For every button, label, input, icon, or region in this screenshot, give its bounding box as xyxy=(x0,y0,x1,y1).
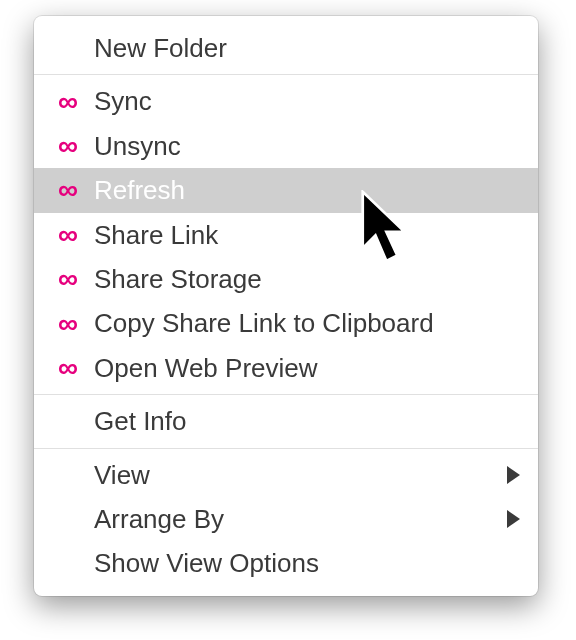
menu-group: New Folder xyxy=(34,22,538,74)
menu-item-share-link[interactable]: ∞ Share Link xyxy=(34,213,538,257)
menu-item-label: Copy Share Link to Clipboard xyxy=(94,305,434,341)
chevron-right-icon xyxy=(507,466,520,484)
menu-item-get-info[interactable]: Get Info xyxy=(34,399,538,443)
menu-item-label: Show View Options xyxy=(94,545,319,581)
infinity-icon: ∞ xyxy=(58,132,92,160)
menu-item-show-view-options[interactable]: Show View Options xyxy=(34,541,538,585)
menu-item-label: New Folder xyxy=(94,30,227,66)
infinity-icon: ∞ xyxy=(58,221,92,249)
menu-item-label: Open Web Preview xyxy=(94,350,318,386)
menu-item-label: Share Storage xyxy=(94,261,262,297)
menu-item-share-storage[interactable]: ∞ Share Storage xyxy=(34,257,538,301)
infinity-icon: ∞ xyxy=(58,310,92,338)
menu-item-label: Refresh xyxy=(94,172,185,208)
menu-item-refresh[interactable]: ∞ Refresh xyxy=(34,168,538,212)
menu-item-label: Get Info xyxy=(94,403,187,439)
infinity-icon: ∞ xyxy=(58,265,92,293)
menu-item-sync[interactable]: ∞ Sync xyxy=(34,79,538,123)
infinity-icon: ∞ xyxy=(58,176,92,204)
menu-item-label: Unsync xyxy=(94,128,181,164)
infinity-icon: ∞ xyxy=(58,88,92,116)
context-menu: New Folder ∞ Sync ∞ Unsync ∞ Refresh ∞ S… xyxy=(34,16,538,596)
menu-item-unsync[interactable]: ∞ Unsync xyxy=(34,124,538,168)
infinity-icon: ∞ xyxy=(58,354,92,382)
menu-item-new-folder[interactable]: New Folder xyxy=(34,26,538,70)
chevron-right-icon xyxy=(507,510,520,528)
menu-item-arrange-by[interactable]: Arrange By xyxy=(34,497,538,541)
menu-item-copy-share-link-to-clipboard[interactable]: ∞ Copy Share Link to Clipboard xyxy=(34,301,538,345)
menu-group: View Arrange By Show View Options xyxy=(34,449,538,590)
menu-item-label: Arrange By xyxy=(94,501,224,537)
menu-item-open-web-preview[interactable]: ∞ Open Web Preview xyxy=(34,346,538,390)
menu-group: ∞ Sync ∞ Unsync ∞ Refresh ∞ Share Link ∞… xyxy=(34,75,538,394)
menu-item-label: View xyxy=(94,457,150,493)
menu-group: Get Info xyxy=(34,395,538,447)
menu-item-label: Share Link xyxy=(94,217,218,253)
menu-item-label: Sync xyxy=(94,83,152,119)
menu-item-view[interactable]: View xyxy=(34,453,538,497)
